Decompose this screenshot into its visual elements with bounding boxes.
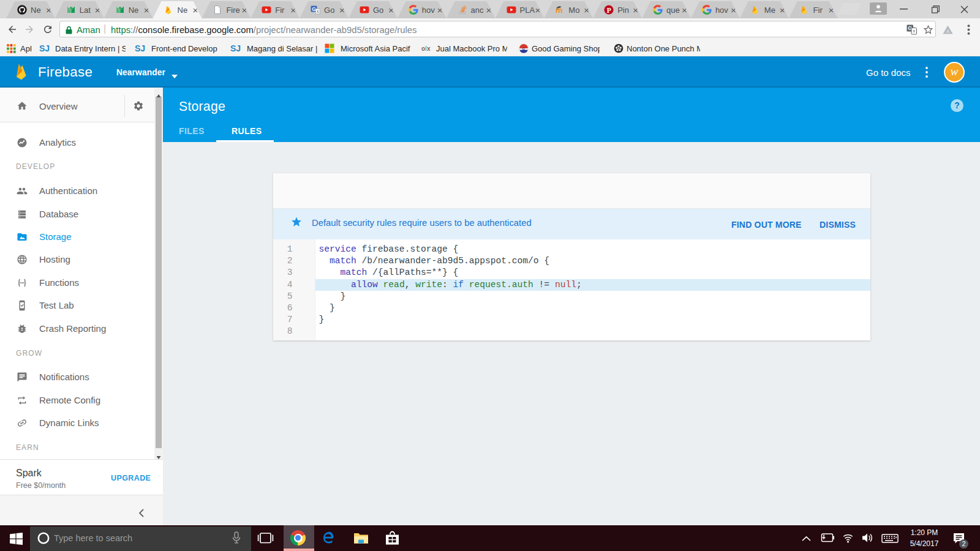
svg-text:SJ: SJ	[39, 43, 50, 53]
svg-text:x: x	[913, 28, 915, 34]
svg-text:SJ: SJ	[230, 43, 241, 53]
svg-text:x: x	[317, 9, 319, 13]
svg-text:SJ: SJ	[135, 43, 145, 53]
svg-text:G: G	[522, 47, 525, 50]
svg-text:P: P	[607, 6, 611, 15]
svg-text:olx: olx	[421, 45, 431, 52]
